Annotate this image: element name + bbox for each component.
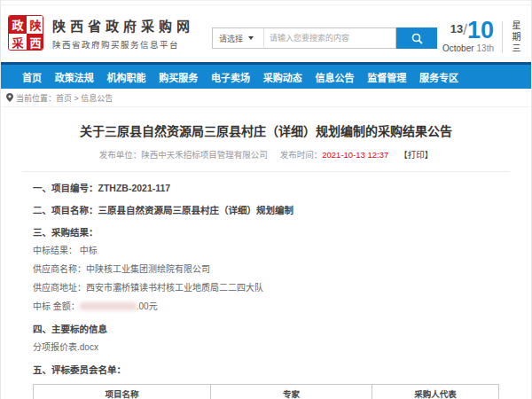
date-numbers: 13/10 October13th [442,20,494,55]
nav-item-service-zone[interactable]: 服务专区 [419,70,458,84]
table-header-row: 项目名称 专家 采购人代表 [34,385,499,399]
header-project-name: 项目名称 [34,385,211,399]
logo-char: 西 [27,34,43,51]
attachment-link[interactable]: 分项报价表.docx [33,342,98,352]
date-day: 13 [450,22,463,35]
publisher-value: 陕西中天禾招标项目管理有限公司 [141,150,268,160]
bid-amount-label: 中标 金额： [33,301,80,311]
search-input[interactable] [263,27,396,49]
date-divider [502,21,503,53]
supplier-address-line: 供应商地址：西安市灞桥镇读书村核工业地质局二二四大队 [33,282,499,294]
nav-item-purchase-services[interactable]: 购买服务 [159,70,198,84]
header-experts: 专家 [211,385,372,399]
nav-bar: 首页 政策法规 机构职能 购买服务 电子卖场 采购动态 信息公告 监督管理 服务… [1,65,531,89]
nav-item-procurement-news[interactable]: 采购动态 [263,70,302,84]
date-weekday: 星期三 [509,20,522,55]
date-day-ordinal: 13th [477,43,494,53]
site-title: 陕西省政府采购网 [52,16,194,35]
attachment-line: 分项报价表.docx [33,341,499,354]
search-category-value: 请选择 [219,33,243,44]
bid-amount-suffix: .00元 [137,301,158,311]
search-category-select[interactable]: 请选择 [212,27,263,49]
publisher-label: 发布单位： [99,150,142,160]
logo-char: 采 [9,34,27,51]
section-subject-info: 四、主要标的信息 [33,323,499,335]
nav-items: 首页 政策法规 机构职能 购买服务 电子卖场 采购动态 信息公告 监督管理 服务… [22,70,458,84]
breadcrumb-path[interactable]: 首页 > 信息公告 [56,92,113,104]
nav-item-supervision[interactable]: 监督管理 [367,70,406,84]
site-subtitle: 陕西省政府购买服务信息平台 [52,38,194,51]
logo-char: 陕 [27,16,43,34]
publish-time-value: 2021-10-13 12:37 [322,150,388,160]
logo-char: 政 [9,16,27,34]
brand: 政 陕 采 西 陕西省政府采购网 陕西省政府购买服务信息平台 [8,15,194,51]
header-purchaser-reps: 采购人代表 [372,385,499,399]
section-procurement-result: 三、采购结果： [33,226,499,239]
article-meta: 发布单位：陕西中天禾招标项目管理有限公司发布时间：2021-10-13 12:3… [33,148,499,160]
main-nav: 首页 政策法规 机构职能 购买服务 电子卖场 采购动态 信息公告 监督管理 服务… [1,62,531,89]
search-button[interactable] [396,27,437,49]
supplier-name-line: 供应商名称：中陕核工业集团测绘院有限公司 [33,263,499,276]
evaluation-committee-table: 项目名称 专家 采购人代表 三原县自然资源局三原县村庄（详细）规划编制 崔芳芳、… [33,384,499,399]
site-logo: 政 陕 采 西 [8,15,43,51]
nav-item-policies[interactable]: 政策法规 [55,70,94,84]
page-title: 关于三原县自然资源局三原县村庄（详细）规划编制的采购结果公告 [33,121,499,139]
nav-item-home[interactable]: 首页 [22,70,42,84]
bid-result-line: 中标结果： 中标 [33,245,499,257]
site-header: 政 陕 采 西 陕西省政府采购网 陕西省政府购买服务信息平台 请选择 [1,5,531,62]
breadcrumb: 当前位置： 首页 > 信息公告 [1,89,531,107]
nav-item-announcements[interactable]: 信息公告 [316,70,355,84]
title-divider [22,171,510,172]
section-project-name: 二、项目名称：三原县自然资源局三原县村庄（详细）规划编制 [33,204,499,216]
nav-item-e-marketplace[interactable]: 电子卖场 [211,70,250,84]
page: 政 陕 采 西 陕西省政府采购网 陕西省政府购买服务信息平台 请选择 [0,0,532,399]
search-icon [411,33,423,44]
date-display: 13/10 October13th 星期三 [442,20,522,55]
breadcrumb-prefix: 当前位置： [16,92,56,104]
chevron-down-icon [248,36,254,40]
bid-amount-line: 中标 金额：.00元 [33,301,499,313]
print-button[interactable]: 【打印】 [399,150,433,160]
announcement-article: 关于三原县自然资源局三原县村庄（详细）规划编制的采购结果公告 发布单位：陕西中天… [1,107,531,399]
nav-item-functions[interactable]: 机构职能 [107,70,146,84]
section-project-number: 一、项目编号：ZTHZB-2021-117 [33,182,499,194]
location-pin-icon [6,93,13,102]
brand-text: 陕西省政府采购网 陕西省政府购买服务信息平台 [52,16,194,51]
section-committee-list: 五、评标委员会名单： [33,364,499,376]
search-bar: 请选择 [212,27,437,49]
publish-time-label: 发布时间： [280,150,323,160]
date-month: 10 [467,17,494,43]
date-month-text: October [442,43,474,53]
redacted-amount [80,302,137,310]
